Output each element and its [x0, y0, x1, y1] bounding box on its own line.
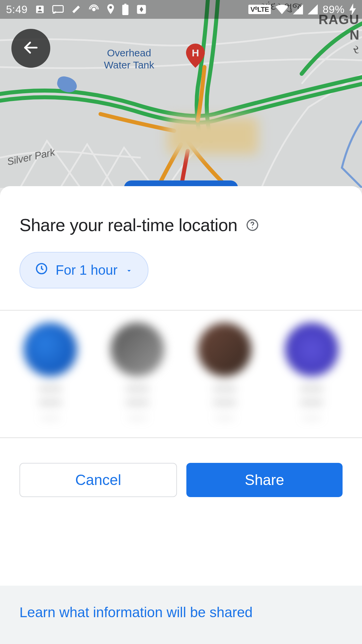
- signal-icon-1: [293, 4, 303, 14]
- contact-name: ——: [300, 381, 323, 395]
- sheet-title: Share your real-time location: [19, 215, 237, 235]
- wifi-icon: [276, 4, 288, 14]
- svg-rect-6: [124, 4, 126, 5]
- avatar: [111, 323, 164, 376]
- sheet-footer: Learn what information will be shared: [0, 586, 362, 644]
- cancel-button[interactable]: Cancel: [19, 463, 177, 497]
- edit-icon: [71, 4, 81, 14]
- contact-name: ——: [126, 381, 149, 395]
- learn-more-link[interactable]: Learn what information will be shared: [19, 604, 343, 621]
- cast-icon: [52, 5, 64, 14]
- avatar: [285, 323, 339, 376]
- contact-item[interactable]: —— —— ——: [94, 323, 181, 423]
- svg-point-11: [252, 227, 253, 228]
- svg-rect-5: [122, 5, 129, 15]
- contact-sub: ——: [300, 412, 323, 423]
- help-icon[interactable]: [246, 219, 259, 231]
- clock-icon: [35, 262, 48, 278]
- contact-item[interactable]: —— —— ——: [268, 323, 355, 423]
- status-time: 5:49: [6, 3, 27, 16]
- contact-item[interactable]: —— —— ——: [181, 323, 268, 423]
- signal-icon-2: [308, 4, 318, 14]
- svg-point-4: [109, 6, 112, 9]
- svg-rect-2: [53, 6, 63, 12]
- contact-icon: [35, 4, 45, 14]
- map-view[interactable]: Overhead Water Tank Silver Park માંદર ભુ…: [0, 0, 362, 188]
- status-bar: 5:49 V⁰LTE 89%: [0, 0, 362, 19]
- contact-name: ——: [39, 381, 62, 395]
- contact-name: ——: [213, 381, 236, 395]
- photos-icon: [136, 4, 147, 15]
- battery-text: 89%: [322, 3, 345, 16]
- duration-label: For 1 hour: [56, 263, 118, 278]
- contact-sub: ——: [126, 412, 149, 423]
- duration-selector[interactable]: For 1 hour: [19, 252, 148, 288]
- contact-item[interactable]: —— —— ——: [7, 323, 94, 423]
- battery-small-icon: [122, 4, 129, 15]
- volte-badge: V⁰LTE: [248, 5, 271, 14]
- action-buttons: Cancel Share: [0, 438, 362, 522]
- hotspot-icon: [88, 4, 99, 15]
- avatar: [23, 323, 77, 376]
- share-button[interactable]: Share: [186, 463, 343, 497]
- contact-sub: ——: [213, 412, 236, 423]
- svg-point-3: [93, 8, 95, 11]
- contact-sub: ——: [39, 412, 62, 423]
- share-location-sheet: Share your real-time location For 1 hour…: [0, 186, 362, 644]
- charging-icon: [349, 3, 356, 15]
- contacts-row: —— —— —— —— —— —— —— —— —— ——: [0, 311, 362, 437]
- location-icon: [107, 4, 115, 15]
- avatar: [198, 323, 251, 376]
- arrow-left-icon: [22, 39, 40, 58]
- svg-point-1: [39, 7, 42, 10]
- chevron-down-icon: [125, 263, 133, 278]
- back-button[interactable]: [11, 29, 50, 68]
